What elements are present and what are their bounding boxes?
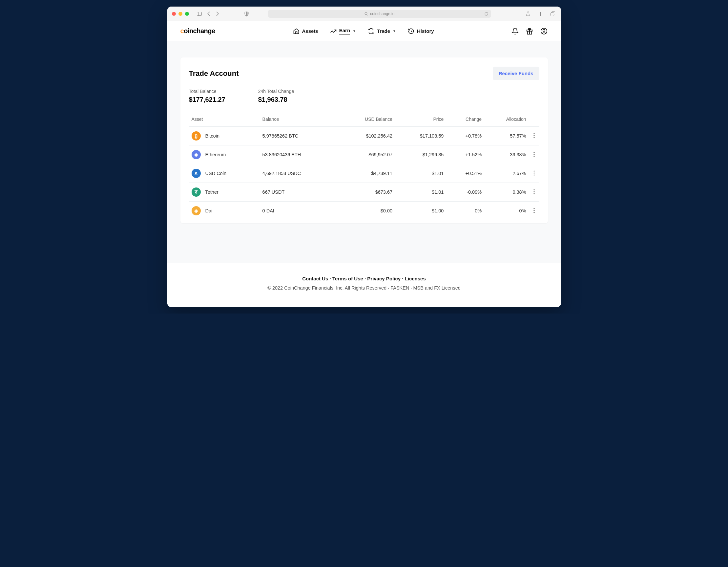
assets-table: AssetBalanceUSD BalancePriceChangeAlloca… <box>189 113 539 220</box>
chevron-down-icon: ▼ <box>353 29 356 33</box>
home-icon <box>293 28 300 34</box>
asset-cell: ◆Ethereum <box>192 150 257 159</box>
svg-point-17 <box>533 156 534 157</box>
svg-point-19 <box>533 172 534 173</box>
row-more-button[interactable] <box>531 170 537 176</box>
row-more-button[interactable] <box>531 133 537 138</box>
shield-icon[interactable] <box>243 11 250 16</box>
svg-point-15 <box>533 152 534 153</box>
row-more-button[interactable] <box>531 189 537 194</box>
history-icon <box>408 28 414 34</box>
coin-icon: $ <box>192 169 201 178</box>
usd-balance-cell: $673.67 <box>337 183 395 201</box>
maximize-window-button[interactable] <box>185 12 189 16</box>
asset-name: Bitcoin <box>205 133 220 138</box>
share-icon[interactable] <box>525 11 531 16</box>
address-bar[interactable]: coinchange.io <box>268 10 491 18</box>
back-button[interactable] <box>205 11 212 16</box>
nav-earn[interactable]: Earn▼ <box>330 28 356 34</box>
minimize-window-button[interactable] <box>178 12 182 16</box>
nav-trade[interactable]: Trade▼ <box>368 28 396 34</box>
row-more-button[interactable] <box>531 208 537 213</box>
coin-icon: ◆ <box>192 150 201 159</box>
cycle-icon <box>368 28 374 34</box>
asset-name: Ethereum <box>205 152 226 157</box>
svg-point-24 <box>533 208 534 209</box>
nav-label: Trade <box>377 28 390 34</box>
new-tab-icon[interactable] <box>537 11 544 16</box>
coin-icon: ₿ <box>192 131 201 140</box>
trade-account-card: Trade Account Receive Funds Total Balanc… <box>180 57 548 223</box>
stat-label: 24h Total Change <box>258 89 294 94</box>
allocation-cell: 0% <box>484 201 529 220</box>
stat-block: Total Balance$177,621.27 <box>189 89 225 103</box>
footer-links: Contact Us · Terms of Use · Privacy Poli… <box>174 276 554 281</box>
balance-cell: 53.83620436 ETH <box>260 145 337 164</box>
usd-balance-cell: $69,952.07 <box>337 145 395 164</box>
sidebar-toggle-icon[interactable] <box>196 12 203 16</box>
footer-link-terms-of-use[interactable]: Terms of Use <box>332 276 363 281</box>
app-window: coinchange.io coinchange AssetsEarn▼Trad… <box>167 7 561 307</box>
allocation-cell: 2.67% <box>484 164 529 183</box>
forward-button[interactable] <box>215 11 221 16</box>
nav-label: Earn <box>339 28 350 34</box>
asset-cell: ◈Dai <box>192 206 257 215</box>
gift-icon[interactable] <box>526 28 533 35</box>
table-row: ◆Ethereum53.83620436 ETH$69,952.07$1,299… <box>189 145 539 164</box>
change-cell: +0.51% <box>446 164 484 183</box>
svg-point-13 <box>533 135 534 136</box>
search-icon <box>364 12 368 16</box>
svg-point-20 <box>533 174 534 175</box>
chevron-down-icon: ▼ <box>393 29 396 33</box>
receive-funds-button[interactable]: Receive Funds <box>493 67 539 80</box>
content-area: Trade Account Receive Funds Total Balanc… <box>167 41 561 262</box>
footer-link-contact-us[interactable]: Contact Us <box>302 276 328 281</box>
col-usd-balance: USD Balance <box>337 113 395 127</box>
svg-point-22 <box>533 191 534 192</box>
close-window-button[interactable] <box>172 12 176 16</box>
reload-icon[interactable] <box>484 12 489 16</box>
row-more-button[interactable] <box>531 152 537 157</box>
svg-point-2 <box>365 12 367 15</box>
app-header: coinchange AssetsEarn▼Trade▼History <box>167 21 561 41</box>
change-cell: -0.09% <box>446 183 484 201</box>
svg-point-12 <box>533 133 534 134</box>
asset-name: Dai <box>205 208 213 213</box>
allocation-cell: 39.38% <box>484 145 529 164</box>
svg-point-14 <box>533 137 534 138</box>
allocation-cell: 57.57% <box>484 127 529 145</box>
svg-point-21 <box>533 189 534 190</box>
stat-block: 24h Total Change$1,963.78 <box>258 89 294 103</box>
allocation-cell: 0.38% <box>484 183 529 201</box>
table-row: $USD Coin4,692.1853 USDC$4,739.11$1.01+0… <box>189 164 539 183</box>
tabs-overview-icon[interactable] <box>550 11 556 16</box>
url-text: coinchange.io <box>370 11 394 16</box>
notifications-icon[interactable] <box>511 28 519 35</box>
price-cell: $1.01 <box>395 183 446 201</box>
col-allocation: Allocation <box>484 113 529 127</box>
asset-cell: $USD Coin <box>192 169 257 178</box>
svg-point-11 <box>543 29 545 31</box>
price-cell: $17,103.59 <box>395 127 446 145</box>
header-actions <box>511 28 548 35</box>
coin-icon: ₮ <box>192 187 201 197</box>
svg-point-16 <box>533 154 534 155</box>
footer-link-licenses[interactable]: Licenses <box>405 276 426 281</box>
nav-label: History <box>417 28 434 34</box>
svg-rect-6 <box>551 13 554 16</box>
svg-point-25 <box>533 210 534 211</box>
nav-assets[interactable]: Assets <box>293 28 318 34</box>
balance-cell: 0 DAI <box>260 201 337 220</box>
asset-cell: ₿Bitcoin <box>192 131 257 140</box>
svg-line-3 <box>367 14 368 15</box>
logo[interactable]: coinchange <box>180 27 215 35</box>
footer-link-privacy-policy[interactable]: Privacy Policy <box>367 276 401 281</box>
change-cell: 0% <box>446 201 484 220</box>
profile-icon[interactable] <box>540 28 548 35</box>
nav-history[interactable]: History <box>408 28 434 34</box>
footer-copyright: © 2022 CoinChange Financials, Inc. All R… <box>174 285 554 291</box>
usd-balance-cell: $102,256.42 <box>337 127 395 145</box>
table-row: ₿Bitcoin5.97865262 BTC$102,256.42$17,103… <box>189 127 539 145</box>
price-cell: $1.01 <box>395 164 446 183</box>
asset-name: Tether <box>205 189 218 195</box>
